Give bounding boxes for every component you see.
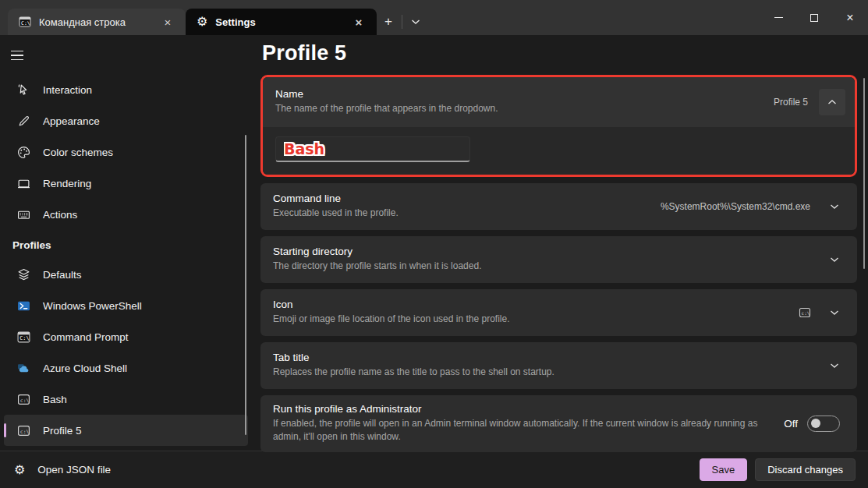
setting-description: Executable used in the profile. — [273, 207, 651, 220]
admin-toggle-switch[interactable] — [807, 416, 840, 432]
profile-name-input[interactable] — [275, 136, 470, 162]
setting-description: Replaces the profile name as the title t… — [273, 366, 812, 379]
tab-title-setting[interactable]: Tab title Replaces the profile name as t… — [260, 342, 857, 389]
command-line-setting[interactable]: Command line Executable used in the prof… — [260, 183, 857, 230]
run-as-administrator-setting: Run this profile as Administrator If ena… — [260, 395, 857, 452]
layers-icon — [16, 267, 30, 281]
new-tab-button[interactable]: + — [377, 11, 400, 33]
close-button[interactable]: × — [832, 0, 868, 35]
tab-close-icon[interactable]: × — [159, 13, 176, 30]
setting-description: The directory the profile starts in when… — [273, 260, 812, 273]
profiles-section-header: Profiles — [0, 230, 257, 259]
tab-label: Командная строка — [39, 16, 151, 28]
sidebar-item-label: Interaction — [43, 84, 92, 96]
settings-sidebar: Interaction Appearance Color schemes Ren… — [0, 35, 257, 451]
sidebar-item-azure-cloud-shell[interactable]: Azure Cloud Shell — [4, 352, 248, 384]
main-scrollbar[interactable] — [863, 78, 865, 269]
sidebar-scrollbar[interactable] — [245, 135, 246, 435]
sidebar-item-interaction[interactable]: Interaction — [4, 74, 248, 105]
chevron-down-icon[interactable] — [821, 352, 848, 379]
console-icon: c:\ — [16, 392, 30, 406]
sidebar-item-rendering[interactable]: Rendering — [4, 168, 248, 199]
command-prompt-icon: C:\ — [19, 16, 31, 28]
current-profile-icon: c:\ — [798, 306, 812, 320]
sidebar-item-label: Profile 5 — [43, 425, 82, 437]
gear-icon: ⚙ — [14, 464, 25, 476]
chevron-up-icon[interactable] — [819, 89, 845, 115]
palette-icon — [16, 145, 30, 159]
sidebar-item-label: Rendering — [43, 178, 91, 189]
setting-title: Run this profile as Administrator — [273, 403, 774, 415]
sidebar-item-color-schemes[interactable]: Color schemes — [4, 136, 248, 168]
starting-directory-setting[interactable]: Starting directory The directory the pro… — [260, 236, 857, 283]
tab-dropdown-button[interactable] — [404, 11, 427, 33]
name-setting-expander[interactable]: Name The name of the profile that appear… — [263, 77, 855, 127]
gear-icon: ⚙ — [197, 16, 207, 28]
setting-title: Starting directory — [273, 246, 812, 257]
sidebar-item-label: Actions — [43, 209, 77, 221]
sidebar-item-appearance[interactable]: Appearance — [4, 105, 248, 136]
page-title: Profile 5 — [262, 41, 857, 65]
svg-text:C:\: C:\ — [21, 20, 30, 27]
setting-title: Command line — [273, 193, 651, 204]
setting-title: Name — [275, 88, 764, 100]
sidebar-item-windows-powershell[interactable]: Windows PowerShell — [4, 290, 248, 321]
setting-current-value: Profile 5 — [774, 97, 808, 108]
tab-close-icon[interactable]: × — [350, 13, 367, 30]
sidebar-item-label: Appearance — [43, 115, 100, 127]
sidebar-item-label: Azure Cloud Shell — [43, 362, 127, 374]
setting-description: If enabled, the profile will open in an … — [273, 417, 764, 444]
setting-current-value: %SystemRoot%\System32\cmd.exe — [661, 201, 810, 212]
maximize-button[interactable] — [796, 0, 832, 35]
sidebar-item-label: Bash — [43, 394, 67, 405]
settings-footer: ⚙ Open JSON file Save Discard changes — [0, 451, 868, 488]
setting-description: Emoji or image file location of the icon… — [273, 313, 788, 326]
sidebar-item-defaults[interactable]: Defaults — [4, 259, 248, 290]
chevron-down-icon[interactable] — [821, 246, 848, 273]
sidebar-item-bash[interactable]: c:\ Bash — [4, 384, 248, 415]
command-prompt-icon: C:\ — [16, 330, 30, 344]
tab-settings[interactable]: ⚙ Settings × — [186, 9, 377, 35]
svg-text:c:\: c:\ — [19, 428, 29, 434]
monitor-icon — [16, 176, 30, 190]
svg-text:C:\: C:\ — [19, 335, 29, 341]
tab-label: Settings — [215, 16, 342, 28]
sidebar-item-label: Windows PowerShell — [43, 300, 142, 312]
chevron-down-icon[interactable] — [821, 299, 848, 326]
toggle-state-label: Off — [784, 418, 798, 430]
icon-setting[interactable]: Icon Emoji or image file location of the… — [260, 289, 857, 336]
tab-bar-divider — [402, 15, 402, 29]
open-json-file-label: Open JSON file — [37, 464, 111, 476]
cloud-icon — [16, 361, 30, 375]
sidebar-item-actions[interactable]: Actions — [4, 199, 248, 230]
keyboard-icon — [16, 207, 30, 221]
svg-text:c:\: c:\ — [19, 397, 29, 403]
sidebar-item-label: Color schemes — [43, 147, 113, 158]
setting-title: Tab title — [273, 352, 812, 363]
interaction-icon — [16, 83, 30, 97]
tab-command-prompt[interactable]: C:\ Командная строка × — [8, 9, 186, 35]
pen-icon — [16, 114, 30, 128]
chevron-down-icon[interactable] — [821, 193, 848, 220]
sidebar-item-command-prompt[interactable]: C:\ Command Prompt — [4, 321, 248, 352]
sidebar-item-label: Defaults — [43, 269, 82, 281]
svg-text:c:\: c:\ — [802, 310, 810, 316]
window-controls: × — [760, 0, 868, 35]
name-setting-expanded-content — [263, 127, 855, 175]
setting-title: Icon — [273, 299, 788, 310]
powershell-icon — [16, 299, 30, 313]
save-button[interactable]: Save — [700, 458, 748, 481]
minimize-button[interactable] — [760, 0, 796, 35]
name-setting-annotation-box: Name The name of the profile that appear… — [260, 75, 857, 177]
titlebar: C:\ Командная строка × ⚙ Settings × + × — [0, 0, 868, 35]
setting-description: The name of the profile that appears in … — [275, 102, 764, 115]
discard-changes-button[interactable]: Discard changes — [755, 458, 856, 481]
open-json-file-button[interactable]: ⚙ Open JSON file — [12, 459, 119, 481]
settings-main-pane: Profile 5 Name The name of the profile t… — [257, 35, 868, 451]
windows-terminal-settings-window: C:\ Командная строка × ⚙ Settings × + × — [0, 0, 868, 488]
sidebar-item-profile-5[interactable]: c:\ Profile 5 — [4, 415, 248, 446]
hamburger-menu-button[interactable] — [6, 43, 34, 68]
sidebar-item-label: Command Prompt — [43, 331, 129, 343]
console-icon: c:\ — [16, 423, 30, 437]
